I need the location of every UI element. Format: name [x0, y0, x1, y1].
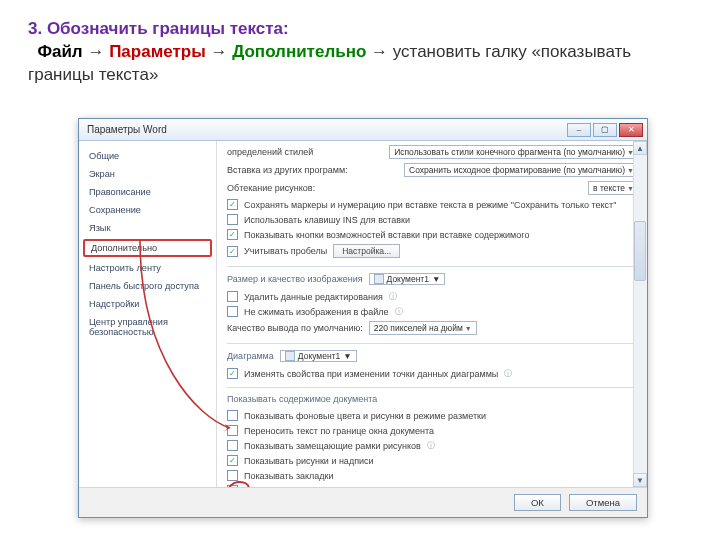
use-ins-label: Использовать клавишу INS для вставки [244, 215, 410, 225]
section-image: Размер и качество изображения Документ1▼ [227, 266, 639, 287]
show-paste-label: Показывать кнопки возможностей вставки п… [244, 230, 529, 240]
no-compress-checkbox[interactable] [227, 306, 238, 317]
placeholders-label: Показывать замещающие рамки рисунков [244, 441, 421, 451]
info-icon: ⓘ [389, 292, 397, 302]
sidebar-item-ribbon[interactable]: Настроить ленту [79, 259, 216, 277]
paste-other-select[interactable]: Сохранить исходное форматирование (по ум… [404, 163, 639, 177]
keep-markers-label: Сохранять маркеры и нумерацию при вставк… [244, 200, 616, 210]
bookmarks-label: Показывать закладки [244, 471, 334, 481]
cancel-button[interactable]: Отмена [569, 494, 637, 511]
no-compress-label: Не сжимать изображения в файле [244, 307, 389, 317]
settings-button[interactable]: Настройка... [333, 244, 400, 258]
path-parameters: Параметры [109, 42, 206, 61]
minimize-button[interactable]: – [567, 123, 591, 137]
wrap-label: Обтекание рисунков: [227, 183, 315, 193]
chevron-down-icon: ▼ [465, 325, 472, 332]
document-icon [374, 274, 384, 284]
arrow-icon: → [371, 42, 388, 61]
scroll-up-icon[interactable]: ▲ [633, 141, 647, 155]
wrapwin-checkbox[interactable] [227, 425, 238, 436]
section-chart: Диаграмма Документ1▼ [227, 343, 639, 364]
section-image-header: Размер и качество изображения [227, 274, 363, 284]
smart-label: Учитывать пробелы [244, 246, 327, 256]
path-advanced: Дополнительно [232, 42, 366, 61]
styledef-select[interactable]: Использовать стили конечного фрагмента (… [389, 145, 639, 159]
info-icon: ⓘ [427, 441, 435, 451]
drawings-checkbox[interactable] [227, 455, 238, 466]
sidebar-item-proofing[interactable]: Правописание [79, 183, 216, 201]
sidebar-item-general[interactable]: Общие [79, 147, 216, 165]
sidebar-item-language[interactable]: Язык [79, 219, 216, 237]
sidebar-item-save[interactable]: Сохранение [79, 201, 216, 219]
quality-select[interactable]: 220 пикселей на дюйм▼ [369, 321, 477, 335]
dialog-title: Параметры Word [87, 124, 565, 135]
instruction-block: 3. Обозначить границы текста: Файл → Пар… [0, 0, 720, 93]
del-edit-checkbox[interactable] [227, 291, 238, 302]
drawings-label: Показывать рисунки и надписи [244, 456, 374, 466]
section-show-content: Показывать содержимое документа [227, 387, 639, 406]
close-button[interactable]: ✕ [619, 123, 643, 137]
smart-checkbox[interactable] [227, 246, 238, 257]
info-icon: ⓘ [504, 369, 512, 379]
path-file: Файл [37, 42, 82, 61]
chart-props-checkbox[interactable] [227, 368, 238, 379]
wrap-select[interactable]: в тексте▼ [588, 181, 639, 195]
scroll-thumb[interactable] [634, 221, 646, 281]
dialog-footer: ОК Отмена [79, 487, 647, 517]
arrow-icon: → [210, 42, 227, 61]
sidebar-item-display[interactable]: Экран [79, 165, 216, 183]
chevron-down-icon: ▼ [343, 351, 351, 361]
chart-props-label: Изменять свойства при изменении точки да… [244, 369, 498, 379]
paste-other-label: Вставка из других программ: [227, 165, 348, 175]
show-paste-checkbox[interactable] [227, 229, 238, 240]
sidebar-item-addins[interactable]: Надстройки [79, 295, 216, 313]
del-edit-label: Удалить данные редактирования [244, 292, 383, 302]
ok-button[interactable]: ОК [514, 494, 561, 511]
document-icon [285, 351, 295, 361]
wrapwin-label: Переносить текст по границе окна докумен… [244, 426, 434, 436]
maximize-button[interactable]: ▢ [593, 123, 617, 137]
bg-checkbox[interactable] [227, 410, 238, 421]
boundaries-label: Показывать границы текста [244, 486, 360, 488]
titlebar: Параметры Word – ▢ ✕ [79, 119, 647, 141]
use-ins-checkbox[interactable] [227, 214, 238, 225]
scroll-down-icon[interactable]: ▼ [633, 473, 647, 487]
bookmarks-checkbox[interactable] [227, 470, 238, 481]
sidebar-item-qat[interactable]: Панель быстрого доступа [79, 277, 216, 295]
placeholders-checkbox[interactable] [227, 440, 238, 451]
section-chart-header: Диаграмма [227, 351, 274, 361]
content-pane: определений стилей Использовать стили ко… [217, 141, 647, 487]
bg-label: Показывать фоновые цвета и рисунки в реж… [244, 411, 486, 421]
section-show-header: Показывать содержимое документа [227, 394, 377, 404]
chart-doc-select[interactable]: Документ1▼ [280, 350, 357, 362]
keep-markers-checkbox[interactable] [227, 199, 238, 210]
image-doc-select[interactable]: Документ1▼ [369, 273, 446, 285]
info-icon: ⓘ [395, 307, 403, 317]
arrow-icon: → [87, 42, 104, 61]
sidebar-item-advanced[interactable]: Дополнительно [83, 239, 212, 257]
chevron-down-icon: ▼ [432, 274, 440, 284]
word-options-dialog: Параметры Word – ▢ ✕ Общие Экран Правопи… [78, 118, 648, 518]
quality-label: Качество вывода по умолчанию: [227, 323, 363, 333]
styledef-label: определений стилей [227, 147, 313, 157]
scrollbar[interactable]: ▲ ▼ [633, 141, 647, 487]
instruction-title: 3. Обозначить границы текста: [28, 19, 289, 38]
sidebar: Общие Экран Правописание Сохранение Язык… [79, 141, 217, 487]
sidebar-item-trust[interactable]: Центр управления безопасностью [79, 313, 216, 341]
